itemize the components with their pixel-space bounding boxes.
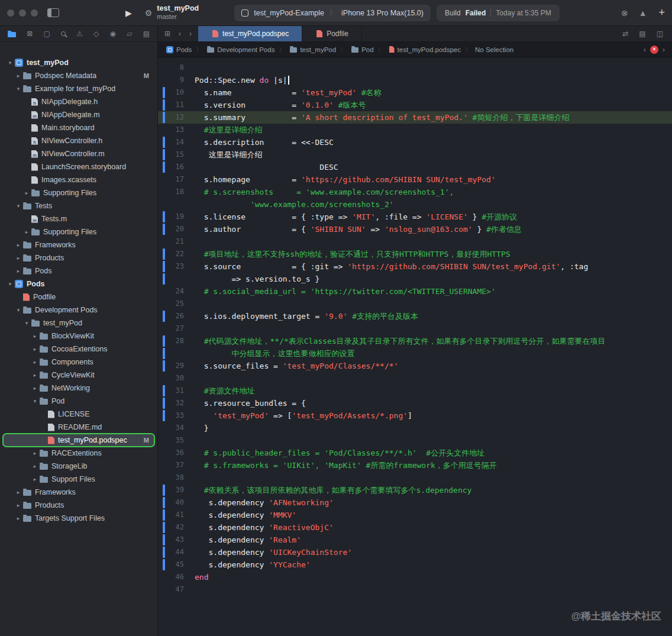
- line-number[interactable]: 16: [158, 161, 184, 173]
- line-number[interactable]: 35: [158, 434, 184, 447]
- code-line-32[interactable]: 32 s.resource_bundles = {: [158, 397, 672, 409]
- sidebar-item-example-for-test-mypod[interactable]: ▾Example for test_myPod: [3, 82, 154, 95]
- find-navigator-icon[interactable]: [61, 31, 66, 36]
- line-number[interactable]: 22: [158, 248, 184, 260]
- line-number[interactable]: 11: [158, 99, 184, 111]
- sidebar-item-networking[interactable]: ▸NetWorking: [3, 382, 154, 395]
- disclosure-triangle-icon[interactable]: ▾: [15, 203, 22, 209]
- line-number[interactable]: 28: [158, 335, 184, 347]
- breadcrumb-test-mypod-podspec[interactable]: test_myPod.podspec: [388, 46, 461, 53]
- code-line-20[interactable]: 20 s.author = { 'SHIBIN SUN' => 'nslog_s…: [158, 223, 672, 235]
- sidebar-item-support-files[interactable]: ▸Support Files: [3, 473, 154, 486]
- code-review-icon[interactable]: ⇄: [619, 30, 631, 38]
- line-number[interactable]: 8: [158, 62, 184, 74]
- line-number[interactable]: 36: [158, 447, 184, 459]
- code-line-37[interactable]: 37 # s.frameworks = 'UIKit', 'MapKit' #所…: [158, 459, 672, 472]
- line-number[interactable]: 24: [158, 285, 184, 298]
- disclosure-triangle-icon[interactable]: ▾: [15, 307, 22, 313]
- line-number[interactable]: 31: [158, 385, 184, 397]
- code-line-46[interactable]: 46end: [158, 571, 672, 583]
- code-line-30[interactable]: 30: [158, 372, 672, 385]
- line-number[interactable]: 40: [158, 496, 184, 509]
- line-number[interactable]: 12: [158, 111, 184, 124]
- sidebar-item-pods[interactable]: ▸Pods: [3, 264, 154, 277]
- next-issue-icon[interactable]: ›: [663, 46, 665, 54]
- code-line-21[interactable]: 21: [158, 235, 672, 248]
- disclosure-triangle-icon[interactable]: ▸: [15, 489, 22, 495]
- disclosure-triangle-icon[interactable]: ▸: [31, 372, 38, 378]
- code-line-26[interactable]: 26 s.ios.deployment_target = '9.0' #支持的平…: [158, 310, 672, 322]
- code-line-27[interactable]: 27: [158, 322, 672, 335]
- line-number[interactable]: 32: [158, 397, 184, 409]
- code-line-39[interactable]: 39 #依赖关系，该项目所依赖的其他库，如果有多个需要填写多个s.depende…: [158, 484, 672, 496]
- sidebar-item-test-mypod[interactable]: ▾test_myPod: [3, 317, 154, 330]
- code-line-12[interactable]: 12 s.summary = 'A short description of t…: [158, 111, 672, 124]
- issue-navigator-icon[interactable]: ⚠: [76, 30, 83, 38]
- code-line-38[interactable]: 38: [158, 472, 672, 484]
- disclosure-triangle-icon[interactable]: ▾: [7, 60, 14, 66]
- line-number[interactable]: 27: [158, 322, 184, 335]
- previous-issue-icon[interactable]: ‹: [644, 46, 646, 54]
- code-line-33[interactable]: 33 'test_myPod' => ['test_myPod/Assets/*…: [158, 409, 672, 422]
- code-line-8[interactable]: 8: [158, 62, 672, 74]
- sidebar-item-readme-md[interactable]: README.md: [3, 421, 154, 434]
- disclosure-triangle-icon[interactable]: ▾: [31, 398, 38, 404]
- code-line-41[interactable]: 41 s.dependency 'MMKV': [158, 509, 672, 521]
- line-number[interactable]: [158, 347, 184, 360]
- code-line-10[interactable]: 10 s.name = 'test_myPod' #名称: [158, 86, 672, 99]
- sidebar-item-podfile[interactable]: Podfile: [3, 290, 154, 304]
- test-navigator-icon[interactable]: ◇: [93, 30, 99, 38]
- disclosure-triangle-icon[interactable]: ▸: [15, 502, 22, 508]
- breadcrumb-test-mypod[interactable]: test_myPod: [289, 46, 336, 53]
- disclosure-triangle-icon[interactable]: ▸: [15, 255, 22, 261]
- report-navigator-icon[interactable]: ▤: [143, 30, 150, 38]
- disclosure-triangle-icon[interactable]: ▸: [31, 333, 38, 339]
- sidebar-item-license[interactable]: LICENSE: [3, 408, 154, 421]
- line-number[interactable]: 34: [158, 422, 184, 434]
- code-line-47[interactable]: 47: [158, 583, 672, 596]
- sidebar-item-tests[interactable]: ▾Tests: [3, 199, 154, 212]
- line-number[interactable]: 17: [158, 173, 184, 186]
- code-line-23[interactable]: 23 s.source = { :git => 'https://github.…: [158, 260, 672, 273]
- code-line-29[interactable]: 29 s.source_files = 'test_myPod/Classes/…: [158, 360, 672, 372]
- sidebar-item-frameworks[interactable]: ▸Frameworks: [3, 238, 154, 251]
- scheme-project-block[interactable]: ⚙ test_myPod master: [145, 4, 199, 21]
- code-line-wrap[interactable]: 'www.example.com/screenshots_2': [158, 198, 672, 211]
- disclosure-triangle-icon[interactable]: ▾: [23, 320, 30, 326]
- breakpoint-navigator-icon[interactable]: ▱: [127, 30, 132, 38]
- line-number[interactable]: 30: [158, 372, 184, 385]
- code-line-22[interactable]: 22 #项目地址，这里不支持ssh的地址，验证不通过，只支持HTTP和HTTPS…: [158, 248, 672, 260]
- code-line-36[interactable]: 36 # s.public_header_files = 'Pod/Classe…: [158, 447, 672, 459]
- code-line-40[interactable]: 40 s.dependency 'AFNetworking': [158, 496, 672, 509]
- line-number[interactable]: 47: [158, 583, 184, 596]
- sidebar-item-test-mypod-podspec[interactable]: test_myPod.podspecM: [3, 434, 154, 447]
- zoom-window-button[interactable]: [31, 9, 38, 17]
- disclosure-triangle-icon[interactable]: ▸: [31, 359, 38, 365]
- sidebar-item-supporting-files[interactable]: ▸Supporting Files: [3, 225, 154, 238]
- disclosure-triangle-icon[interactable]: ▸: [23, 190, 30, 196]
- disclosure-triangle-icon[interactable]: ▸: [15, 515, 22, 521]
- sidebar-item-frameworks[interactable]: ▸Frameworks: [3, 486, 154, 499]
- disclosure-triangle-icon[interactable]: ▸: [31, 463, 38, 469]
- debug-navigator-icon[interactable]: ◉: [110, 30, 116, 38]
- minimize-window-button[interactable]: [19, 9, 26, 17]
- code-line-16[interactable]: 16 DESC: [158, 161, 672, 173]
- code-line-17[interactable]: 17 s.homepage = 'https://github.com/SHIB…: [158, 173, 672, 186]
- line-number[interactable]: 41: [158, 509, 184, 521]
- tab-test-mypod-podspec[interactable]: test_myPod.podspec: [198, 26, 302, 41]
- code-line-wrap[interactable]: 中分组显示，这里也要做相应的设置: [158, 347, 672, 360]
- line-number[interactable]: 37: [158, 459, 184, 472]
- code-line-45[interactable]: 45 s.dependency 'YYCache': [158, 558, 672, 571]
- line-number[interactable]: 18: [158, 186, 184, 198]
- destination-device[interactable]: iPhone 13 Pro Max(15.0): [341, 9, 424, 17]
- code-line-11[interactable]: 11 s.version = '0.1.0' #版本号: [158, 99, 672, 111]
- code-line-24[interactable]: 24 # s.social_media_url = 'https://twitt…: [158, 285, 672, 298]
- back-icon[interactable]: ‹: [176, 30, 184, 38]
- tab-overview-icon[interactable]: ⊞: [161, 30, 173, 38]
- close-window-button[interactable]: [7, 9, 14, 17]
- line-number[interactable]: 19: [158, 211, 184, 223]
- clear-activity-icon[interactable]: ⊗: [621, 8, 628, 18]
- disclosure-triangle-icon[interactable]: ▸: [31, 476, 38, 482]
- code-line-15[interactable]: 15 这里是详细介绍: [158, 148, 672, 161]
- line-number[interactable]: 38: [158, 472, 184, 484]
